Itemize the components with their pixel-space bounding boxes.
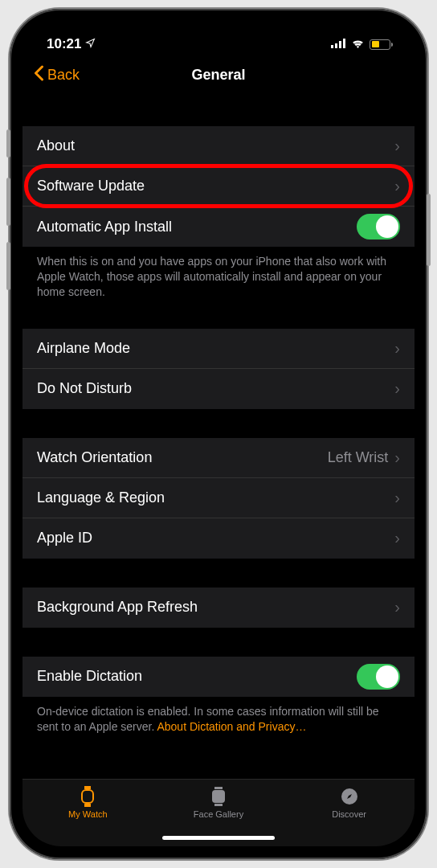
chevron-right-icon: › (394, 448, 400, 467)
wifi-icon (351, 36, 365, 52)
chevron-right-icon: › (394, 379, 400, 398)
phone-frame: 10:21 Back Gene (10, 9, 427, 859)
svg-rect-0 (331, 45, 333, 48)
svg-rect-7 (212, 790, 225, 803)
tab-my-watch[interactable]: My Watch (23, 786, 153, 819)
silent-switch[interactable] (6, 129, 10, 158)
row-auto-install: Automatic App Install (22, 207, 415, 247)
tab-label: Face Gallery (194, 809, 243, 819)
row-about[interactable]: About › (22, 126, 415, 166)
row-label: Watch Orientation (37, 449, 152, 466)
svg-rect-9 (214, 804, 223, 806)
svg-rect-4 (82, 790, 93, 803)
back-button[interactable]: Back (34, 65, 80, 85)
compass-icon (340, 786, 359, 807)
dictation-toggle[interactable] (357, 664, 400, 690)
row-do-not-disturb[interactable]: Do Not Disturb › (22, 369, 415, 409)
cellular-icon (331, 36, 346, 52)
row-label: Do Not Disturb (37, 380, 132, 397)
screen: 10:21 Back Gene (22, 22, 415, 846)
chevron-right-icon: › (394, 529, 400, 547)
volume-down-button[interactable] (6, 242, 10, 290)
row-label: Automatic App Install (37, 219, 172, 235)
svg-rect-2 (339, 41, 341, 48)
volume-up-button[interactable] (6, 178, 10, 226)
svg-rect-1 (335, 43, 337, 48)
svg-rect-8 (214, 787, 223, 789)
row-label: Software Update (37, 178, 145, 194)
chevron-right-icon: › (394, 137, 400, 155)
chevron-right-icon: › (394, 177, 400, 195)
row-watch-orientation[interactable]: Watch Orientation Left Wrist › (22, 438, 415, 478)
chevron-right-icon: › (394, 339, 400, 358)
chevron-right-icon: › (394, 489, 400, 507)
tab-face-gallery[interactable]: Face Gallery (153, 786, 283, 819)
svg-rect-6 (84, 804, 91, 807)
row-value: Left Wrist (328, 449, 389, 466)
row-apple-id[interactable]: Apple ID › (22, 518, 415, 559)
row-label: Apple ID (37, 530, 92, 547)
auto-install-toggle[interactable] (357, 214, 400, 240)
chevron-right-icon: › (394, 598, 400, 616)
row-label: Enable Dictation (37, 668, 142, 685)
svg-rect-5 (84, 786, 91, 789)
row-language-region[interactable]: Language & Region › (22, 478, 415, 518)
page-title: General (191, 67, 245, 84)
watch-icon (80, 786, 96, 807)
power-button[interactable] (427, 194, 431, 266)
row-airplane-mode[interactable]: Airplane Mode › (22, 329, 415, 369)
status-time: 10:21 (47, 36, 81, 52)
face-gallery-icon (210, 786, 227, 807)
location-icon (85, 36, 96, 52)
notch (134, 22, 303, 46)
back-label: Back (47, 67, 80, 84)
tab-label: My Watch (68, 809, 108, 819)
battery-icon (370, 39, 390, 50)
row-enable-dictation: Enable Dictation (22, 657, 415, 697)
row-label: Airplane Mode (37, 340, 130, 357)
svg-rect-3 (343, 39, 345, 48)
dictation-footer: On-device dictation is enabled. In some … (22, 697, 415, 735)
nav-header: Back General (22, 57, 415, 92)
content-scroll[interactable]: About › Software Update › Automatic App … (22, 92, 415, 779)
row-software-update[interactable]: Software Update › (22, 166, 415, 207)
row-label: Background App Refresh (37, 599, 198, 616)
tab-discover[interactable]: Discover (284, 786, 414, 819)
row-label: About (37, 137, 75, 154)
chevron-left-icon (34, 65, 44, 85)
home-indicator[interactable] (162, 836, 275, 840)
auto-install-footer: When this is on and you have apps on you… (22, 247, 415, 300)
dictation-privacy-link[interactable]: About Dictation and Privacy… (157, 720, 306, 733)
tab-label: Discover (332, 809, 366, 819)
row-label: Language & Region (37, 489, 165, 506)
row-background-refresh[interactable]: Background App Refresh › (22, 588, 415, 628)
